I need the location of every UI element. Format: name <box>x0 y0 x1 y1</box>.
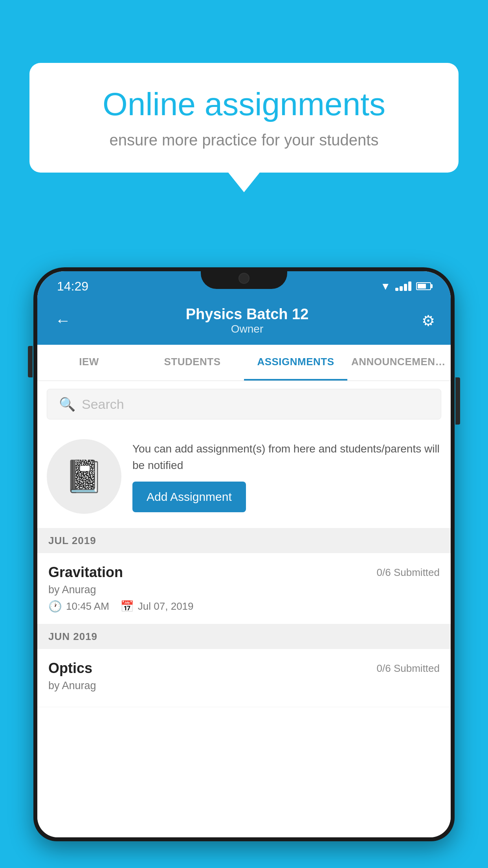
add-assignment-button[interactable]: Add Assignment <box>132 482 246 512</box>
month-header-jul: JUL 2019 <box>37 528 451 553</box>
wifi-icon: ▼ <box>380 280 391 292</box>
assignment-author-gravitation: by Anurag <box>48 584 440 596</box>
speech-bubble-container: Online assignments ensure more practice … <box>29 63 459 192</box>
tab-iew[interactable]: IEW <box>37 345 141 381</box>
assignment-name-optics: Optics <box>48 660 92 677</box>
assignment-date-value: Jul 07, 2019 <box>138 600 194 612</box>
speech-bubble: Online assignments ensure more practice … <box>29 63 459 173</box>
assignment-item-optics[interactable]: Optics 0/6 Submitted by Anurag <box>37 649 451 707</box>
tabs-bar: IEW STUDENTS ASSIGNMENTS ANNOUNCEMENTS <box>37 345 451 381</box>
battery-icon <box>416 282 431 290</box>
assignment-meta-gravitation: 🕐 10:45 AM 📅 Jul 07, 2019 <box>48 600 440 613</box>
status-time: 14:29 <box>57 279 88 294</box>
assignment-name-gravitation: Gravitation <box>48 564 123 581</box>
clock-icon: 🕐 <box>48 600 62 613</box>
header-subtitle: Owner <box>186 323 309 335</box>
assignment-item-gravitation[interactable]: Gravitation 0/6 Submitted by Anurag 🕐 10… <box>37 553 451 624</box>
phone-screen: 14:29 ▼ <box>37 271 451 837</box>
volume-button-left <box>28 346 33 377</box>
settings-button[interactable]: ⚙ <box>422 312 435 329</box>
assignment-row1-optics: Optics 0/6 Submitted <box>48 660 440 677</box>
assignment-time-value: 10:45 AM <box>66 600 109 612</box>
assignment-row1: Gravitation 0/6 Submitted <box>48 564 440 581</box>
assignment-submitted-optics: 0/6 Submitted <box>377 662 440 675</box>
app-header: ← Physics Batch 12 Owner ⚙ <box>37 298 451 345</box>
power-button-right <box>455 377 460 425</box>
phone-notch <box>201 267 287 289</box>
add-assignment-right: You can add assignment(s) from here and … <box>132 441 441 512</box>
notebook-icon: 📓 <box>64 458 104 495</box>
tab-assignments[interactable]: ASSIGNMENTS <box>244 345 347 381</box>
back-button[interactable]: ← <box>53 310 73 331</box>
search-box[interactable]: 🔍 Search <box>47 389 441 419</box>
search-container: 🔍 Search <box>37 381 451 427</box>
assignment-author-optics: by Anurag <box>48 680 440 692</box>
assignment-date-gravitation: 📅 Jul 07, 2019 <box>120 600 194 613</box>
tab-students[interactable]: STUDENTS <box>141 345 244 381</box>
phone-outer: 14:29 ▼ <box>33 267 455 841</box>
speech-bubble-subtitle: ensure more practice for your students <box>61 131 427 149</box>
search-icon: 🔍 <box>59 396 75 412</box>
status-icons: ▼ <box>380 280 431 292</box>
speech-bubble-arrow <box>228 173 260 192</box>
phone-wrapper: 14:29 ▼ <box>33 267 455 868</box>
header-title: Physics Batch 12 <box>186 306 309 323</box>
assignment-icon-circle: 📓 <box>47 439 121 514</box>
signal-icon <box>395 281 411 291</box>
calendar-icon: 📅 <box>120 600 134 613</box>
content-area: 🔍 Search 📓 You can add assignment(s) fro… <box>37 381 451 837</box>
month-header-jun: JUN 2019 <box>37 624 451 649</box>
speech-bubble-title: Online assignments <box>61 86 427 122</box>
search-placeholder: Search <box>82 397 124 412</box>
add-assignment-description: You can add assignment(s) from here and … <box>132 441 441 474</box>
phone-camera <box>238 273 250 284</box>
add-assignment-card: 📓 You can add assignment(s) from here an… <box>37 427 451 528</box>
tab-announcements[interactable]: ANNOUNCEMENTS <box>347 345 451 381</box>
header-title-group: Physics Batch 12 Owner <box>186 306 309 335</box>
assignment-time-gravitation: 🕐 10:45 AM <box>48 600 109 613</box>
assignment-submitted-gravitation: 0/6 Submitted <box>377 566 440 579</box>
